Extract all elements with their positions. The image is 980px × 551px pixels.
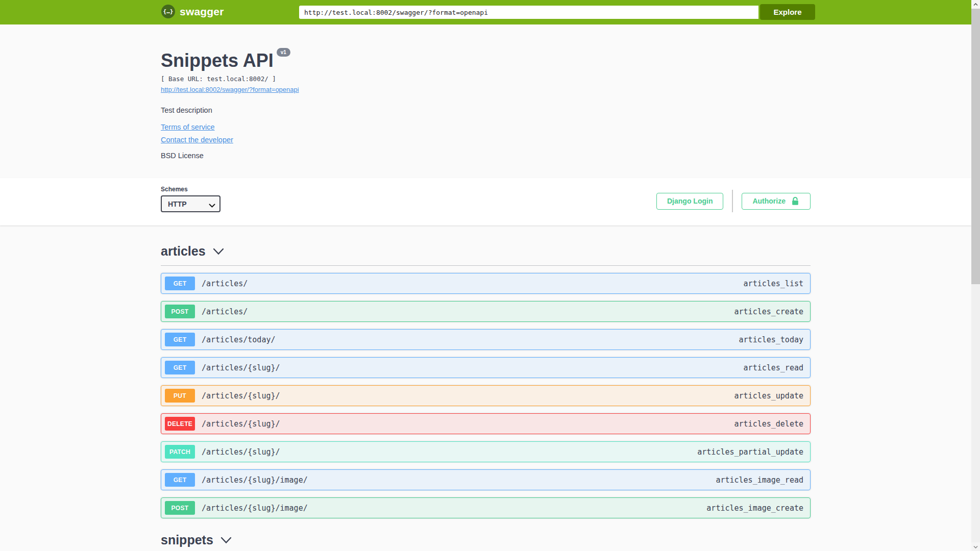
method-badge: GET [165,361,195,374]
license-text: BSD License [161,152,811,160]
title-row: Snippets APIv1 [161,50,811,71]
operation-path: /articles/{slug}/image/ [202,475,308,485]
opblock-articles_image_create[interactable]: POST/articles/{slug}/image/articles_imag… [161,497,811,518]
scheme-select[interactable]: HTTP [161,195,220,212]
opblock-articles_list[interactable]: GET/articles/articles_list [161,273,811,294]
section-title: articles [161,244,206,259]
operation-id: articles_today [739,335,803,344]
operation-id: articles_delete [734,419,803,429]
method-badge: POST [165,501,195,515]
spec-link[interactable]: http://test.local:8002/swagger/?format=o… [161,86,299,93]
opblock-articles_read[interactable]: GET/articles/{slug}/articles_read [161,357,811,378]
section-header-articles[interactable]: articles [161,244,811,266]
explore-button[interactable]: Explore [760,4,815,20]
operation-path: /articles/{slug}/ [202,391,280,400]
brand-title: swagger [180,6,224,18]
django-login-button[interactable]: Django Login [656,193,723,210]
contact-developer-link[interactable]: Contact the developer [161,136,233,144]
method-badge: DELETE [165,417,195,431]
operation-path: /articles/{slug}/ [202,419,280,429]
schemes-label: Schemes [161,186,220,193]
opblock-articles_partial_update[interactable]: PATCH/articles/{slug}/articles_partial_u… [161,441,811,462]
operation-id: articles_partial_update [697,447,803,457]
operation-id: articles_image_read [716,475,803,485]
page-title: Snippets API [161,50,274,71]
operation-path: /articles/ [202,279,248,288]
operation-id: articles_read [744,363,803,372]
operation-path: /articles/ [202,307,248,316]
scrollbar-thumb[interactable] [971,9,980,284]
auth-separator [732,190,733,212]
chevron-down-icon [220,537,232,544]
terms-of-service-link[interactable]: Terms of service [161,123,215,131]
chevron-down-icon [213,248,224,255]
swagger-logo-link[interactable]: {…} swagger [161,5,224,18]
method-badge: PUT [165,389,195,403]
operation-id: articles_update [734,391,803,400]
authorize-button[interactable]: Authorize [742,193,811,210]
opblock-articles_image_read[interactable]: GET/articles/{slug}/image/articles_image… [161,469,811,490]
method-badge: GET [165,277,195,290]
version-badge: v1 [277,48,290,57]
operation-id: articles_list [744,279,803,288]
scrollbar[interactable] [971,0,980,551]
section-header-snippets[interactable]: snippets [161,533,811,551]
operation-path: /articles/{slug}/image/ [202,504,308,513]
swagger-ui-page: {…} swagger Explore Snippets APIv1 [ Bas… [0,0,971,551]
method-badge: GET [165,333,195,346]
auth-wrapper: Django Login Authorize [656,190,811,212]
spec-url-input[interactable] [299,6,758,19]
scheme-container: Schemes HTTP Django Login Authorize [0,178,971,226]
opblock-articles_create[interactable]: POST/articles/articles_create [161,301,811,322]
unlock-icon [791,196,800,206]
opblock-articles_update[interactable]: PUT/articles/{slug}/articles_update [161,385,811,406]
opblock-articles_today[interactable]: GET/articles/today/articles_today [161,329,811,350]
topbar: {…} swagger Explore [0,0,971,24]
operations-container: articlesGET/articles/articles_listPOST/a… [161,244,811,551]
operation-path: /articles/{slug}/ [202,363,280,372]
api-description: Test description [161,106,811,114]
schemes-group: Schemes HTTP [161,186,220,212]
operation-path: /articles/{slug}/ [202,447,280,457]
method-badge: GET [165,473,195,487]
swagger-logo-icon: {…} [161,5,175,18]
operation-path: /articles/today/ [202,335,276,344]
api-section-articles: articlesGET/articles/articles_listPOST/a… [161,244,811,518]
django-login-label: Django Login [667,197,713,205]
info-section: Snippets APIv1 [ Base URL: test.local:80… [0,24,971,178]
scroll-down-arrow-icon[interactable] [971,542,980,551]
scroll-up-arrow-icon[interactable] [971,0,980,9]
base-url: [ Base URL: test.local:8002/ ] [161,75,811,83]
authorize-label: Authorize [752,197,786,205]
method-badge: PATCH [165,445,195,459]
operation-id: articles_image_create [706,504,803,513]
method-badge: POST [165,305,195,318]
api-section-snippets: snippetsGET/snippets/snippets_list [161,533,811,551]
operation-id: articles_create [734,307,803,316]
opblock-articles_delete[interactable]: DELETE/articles/{slug}/articles_delete [161,413,811,434]
section-title: snippets [161,533,213,547]
